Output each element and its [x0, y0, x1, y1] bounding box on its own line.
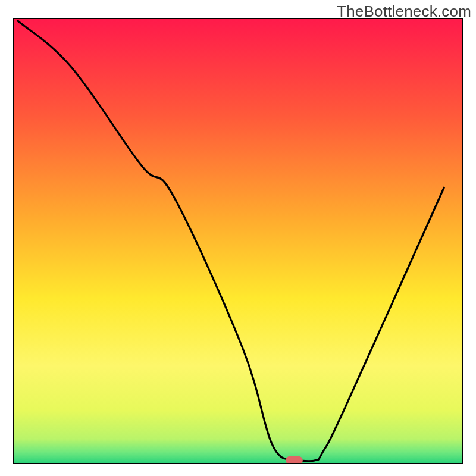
watermark-text: TheBottleneck.com — [337, 2, 471, 21]
bottleneck-chart — [0, 0, 476, 476]
gradient-background — [13, 18, 463, 464]
chart-container: TheBottleneck.com — [0, 0, 476, 476]
plot-area — [13, 18, 463, 465]
